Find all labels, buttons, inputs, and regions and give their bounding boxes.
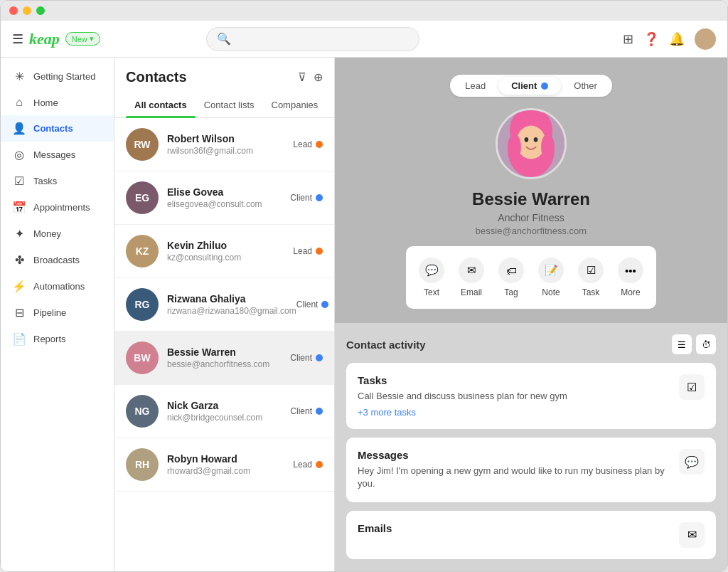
badge-dot-orange xyxy=(316,141,323,148)
contact-list-panel: Contacts ⊽ ⊕ All contacts Contact lists … xyxy=(114,58,335,571)
contact-item-bessie[interactable]: BW Bessie Warren bessie@anchorfitness.co… xyxy=(114,332,334,385)
maximize-button[interactable] xyxy=(36,6,45,15)
topnav-right-actions: ⊞ ❓ 🔔 xyxy=(623,28,716,50)
sidebar-item-contacts[interactable]: 👤 Contacts xyxy=(1,115,114,142)
badge-dot-blue-rizwana xyxy=(321,301,328,308)
contact-item-elise[interactable]: EG Elise Govea elisegovea@consult.com Cl… xyxy=(114,171,334,225)
grid-icon[interactable]: ⊞ xyxy=(623,31,633,47)
messages-card-icon: 💬 xyxy=(679,449,705,475)
sidebar-item-pipeline[interactable]: ⊟ Pipeline xyxy=(1,300,114,326)
list-view-icon[interactable]: ☰ xyxy=(672,334,692,354)
contact-item-robert[interactable]: RW Robert Wilson rwilson36f@gmail.com Le… xyxy=(114,118,334,171)
reports-icon: 📄 xyxy=(12,332,26,346)
contact-item-nick[interactable]: NG Nick Garza nick@bridgecounsel.com Cli… xyxy=(114,385,334,438)
sidebar-item-appointments[interactable]: 📅 Appointments xyxy=(1,194,114,221)
notification-icon[interactable]: 🔔 xyxy=(669,31,685,47)
activity-card-messages[interactable]: Messages Hey Jim! I'm opening a new gym … xyxy=(346,438,716,502)
minimize-button[interactable] xyxy=(23,6,31,15)
sidebar-item-broadcasts[interactable]: ✤ Broadcasts xyxy=(1,247,114,273)
app-window: ☰ keap New ▾ 🔍 ⊞ ❓ 🔔 ✳ Getting Started ⌂ xyxy=(0,0,728,572)
sidebar-item-automations[interactable]: ⚡ Automations xyxy=(1,273,114,300)
status-pill-lead[interactable]: Lead xyxy=(452,77,498,95)
task-icon: ☑ xyxy=(578,258,604,283)
detail-profile-section: Lead Client Other xyxy=(335,58,727,323)
contact-info-rizwana: Rizwana Ghaliya rizwana@rizwana180@gmail… xyxy=(167,293,296,316)
user-avatar[interactable] xyxy=(695,28,716,50)
automations-icon: ⚡ xyxy=(12,280,26,293)
contact-badge-robert: Lead xyxy=(293,139,323,149)
tasks-card-icon: ☑ xyxy=(679,374,705,400)
badge-dot-orange-kevin xyxy=(316,248,323,255)
tab-contact-lists[interactable]: Contact lists xyxy=(196,94,263,117)
activity-card-emails[interactable]: Emails ✉ xyxy=(346,511,716,559)
avatar-elise: EG xyxy=(126,181,159,214)
top-navigation: ☰ keap New ▾ 🔍 ⊞ ❓ 🔔 xyxy=(1,21,727,58)
action-email[interactable]: ✉ Email xyxy=(451,255,491,300)
sidebar-item-tasks[interactable]: ☑ Tasks xyxy=(1,168,114,194)
badge-dot-blue-bessie xyxy=(316,354,323,361)
titlebar xyxy=(1,1,727,21)
contact-badge-bessie: Client xyxy=(290,353,323,363)
contact-info-nick: Nick Garza nick@bridgecounsel.com xyxy=(167,400,290,423)
profile-email: bessie@anchorfitness.com xyxy=(476,226,587,236)
add-contact-icon[interactable]: ⊕ xyxy=(314,70,323,84)
sidebar-item-money[interactable]: ✦ Money xyxy=(1,221,114,247)
profile-company: Anchor Fitness xyxy=(498,212,564,223)
close-button[interactable] xyxy=(9,6,18,15)
action-text[interactable]: 💬 Text xyxy=(412,255,451,300)
contact-item-robyn[interactable]: RH Robyn Howard rhoward3@gmail.com Lead xyxy=(114,438,334,492)
avatar-bessie-detail xyxy=(498,110,564,177)
clock-icon[interactable]: ⏱ xyxy=(696,334,716,354)
contact-panel-title: Contacts xyxy=(126,69,187,85)
contact-badge-kevin: Lead xyxy=(293,246,323,256)
emails-card-icon: ✉ xyxy=(679,522,705,548)
contact-tabs: All contacts Contact lists Companies xyxy=(114,94,334,118)
status-pill-other[interactable]: Other xyxy=(561,77,610,95)
action-task[interactable]: ☑ Task xyxy=(571,255,611,300)
contact-info-robyn: Robyn Howard rhoward3@gmail.com xyxy=(167,453,293,476)
tab-all-contacts[interactable]: All contacts xyxy=(126,94,196,117)
contact-badge-nick: Client xyxy=(290,406,323,416)
status-pills: Lead Client Other xyxy=(450,75,612,97)
badge-dot-blue xyxy=(316,194,323,201)
contact-info-robert: Robert Wilson rwilson36f@gmail.com xyxy=(167,133,293,156)
avatar-nick: NG xyxy=(126,395,159,428)
activity-card-tasks-content: Tasks Call Bessie and discuss business p… xyxy=(358,374,670,418)
action-tag[interactable]: 🏷 Tag xyxy=(491,255,531,300)
action-note[interactable]: 📝 Note xyxy=(531,255,571,300)
broadcasts-icon: ✤ xyxy=(12,253,26,267)
status-pill-client[interactable]: Client xyxy=(498,77,561,95)
contacts-icon: 👤 xyxy=(12,122,26,135)
svg-point-7 xyxy=(541,134,555,161)
avatar-robyn: RH xyxy=(126,448,159,481)
contact-item-kevin[interactable]: KZ Kevin Zhiluo kz@consulting.com Lead xyxy=(114,225,334,278)
tab-companies[interactable]: Companies xyxy=(263,94,327,117)
contact-item-rizwana[interactable]: RG Rizwana Ghaliya rizwana@rizwana180@gm… xyxy=(114,278,334,332)
filter-icon[interactable]: ⊽ xyxy=(298,70,306,84)
profile-name: Bessie Warren xyxy=(472,189,590,209)
sidebar-item-getting-started[interactable]: ✳ Getting Started xyxy=(1,63,114,90)
action-more[interactable]: ••• More xyxy=(611,255,651,300)
hamburger-menu-icon[interactable]: ☰ xyxy=(12,31,23,47)
help-icon[interactable]: ❓ xyxy=(643,31,659,47)
contact-panel-actions: ⊽ ⊕ xyxy=(298,70,323,84)
appointments-icon: 📅 xyxy=(12,201,26,214)
sidebar-item-reports[interactable]: 📄 Reports xyxy=(1,326,114,352)
svg-point-4 xyxy=(525,137,529,142)
activity-card-tasks[interactable]: Tasks Call Bessie and discuss business p… xyxy=(346,363,716,429)
tasks-icon: ☑ xyxy=(12,174,26,188)
activity-header: Contact activity ☰ ⏱ xyxy=(346,334,716,354)
new-badge[interactable]: New ▾ xyxy=(65,32,100,46)
badge-dot-orange-robyn xyxy=(316,461,323,468)
search-bar[interactable]: 🔍 xyxy=(206,27,419,51)
detail-panel: Lead Client Other xyxy=(335,58,727,571)
profile-avatar xyxy=(496,108,567,179)
contact-list: RW Robert Wilson rwilson36f@gmail.com Le… xyxy=(114,118,334,571)
sidebar-item-home[interactable]: ⌂ Home xyxy=(1,90,114,115)
text-icon: 💬 xyxy=(419,258,444,283)
main-content: ✳ Getting Started ⌂ Home 👤 Contacts ◎ Me… xyxy=(1,58,727,571)
home-icon: ⌂ xyxy=(12,96,26,109)
money-icon: ✦ xyxy=(12,227,26,240)
svg-point-5 xyxy=(534,137,538,142)
sidebar-item-messages[interactable]: ◎ Messages xyxy=(1,142,114,168)
